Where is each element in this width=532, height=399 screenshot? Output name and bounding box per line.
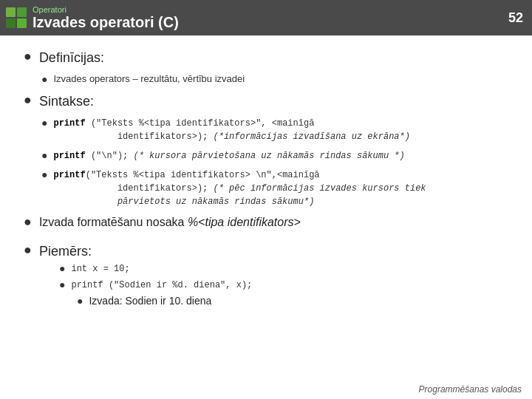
code-comment-3b: pārvietots uz nākamās rindas sākumu*) [53,197,314,207]
bullet-l2-dot-s3: ● [41,168,47,180]
logo-cell-3 [6,18,16,28]
header-text-group: Operatori Izvades operatori (C) [33,5,179,30]
code-bold-2: printf [53,151,85,161]
code-bold-3: printf [53,170,85,180]
code-normal-2: ("\n"); [86,151,129,161]
syntax-heading-row: ● Sintakse: [24,94,508,109]
header-title: Izvades operatori (C) [33,14,179,30]
izvada-row: ● Izvada: Sodien ir 10. diena [77,295,508,307]
footer: Programmēšanas valodas [409,380,532,399]
bullet-l2-dot-s2: ● [41,149,47,161]
format-text-before: Izvada formatēšanu nosaka [39,216,188,228]
format-line-text: Izvada formatēšanu nosaka %<tipa identif… [39,216,301,229]
format-line-row: ● Izvada formatēšanu nosaka %<tipa ident… [24,216,508,236]
syntax-item-3: ● printf("Teksts %<tipa identifikators> … [41,168,508,208]
code-normal-3b: identifikators>); [53,183,208,194]
code-normal-3: ("Teksts %<tipa identifikators> \n",<mai… [86,170,320,180]
definitions-label: Definīcijas: [39,50,104,66]
code-comment-3: (* pēc informācijas izvades kursors tiek [214,183,426,194]
izvada-label: Izvada: [89,295,122,307]
bullet-l2-dot-ex1: ● [59,262,65,274]
header-subtitle: Operatori [33,5,179,14]
bullet-l2-dot-izvada: ● [77,295,83,307]
header: Operatori Izvades operatori (C) 52 [0,0,532,35]
bullet-l1-dot-fmt: ● [24,214,32,230]
syntax-code-3: printf("Teksts %<tipa identifikators> \n… [53,168,426,208]
examples-heading-row: ● Piemērs: [24,244,508,259]
definitions-section: ● Definīcijas: ● Izvades operators – rez… [24,50,508,85]
code-comment-2: (* kursora pārvietošana uz nākamās rinda… [134,151,405,161]
logo-cell-2 [17,7,27,17]
code-normal-1: ("Teksts %<tipa identifikators>", <mainī… [86,118,315,129]
syntax-code-2: printf ("\n"); (* kursora pārvietošana u… [53,149,404,163]
definitions-heading-row: ● Definīcijas: [24,50,508,66]
logo-cell-1 [6,7,16,17]
logo-cell-4 [17,18,27,28]
bullet-l1-dot-ex: ● [24,242,32,258]
page-number: 52 [508,10,523,26]
izvada-text: Izvada: Sodien ir 10. diena [89,295,211,307]
examples-label: Piemērs: [39,244,92,259]
logo [6,7,27,28]
syntax-item-2: ● printf ("\n"); (* kursora pārvietošana… [41,149,508,163]
izvada-value: Sodien ir 10. diena [126,295,212,307]
syntax-label: Sintakse: [39,94,94,109]
footer-text: Programmēšanas valodas [419,384,522,395]
definitions-item-text: Izvades operators – rezultātu, vērtību i… [53,73,245,84]
example-code-2: printf ("Sodien ir %d. diena", x); [71,279,252,292]
bullet-l2-dot-s1: ● [41,117,47,129]
format-italic: %<tipa identifikators> [188,216,301,228]
syntax-code-1: printf ("Teksts %<tipa identifikators>",… [53,117,410,143]
example-code-row-1: ● int x = 10; [59,262,508,276]
main-content: ● Definīcijas: ● Izvades operators – rez… [0,35,532,323]
code-bold-1: printf [53,118,85,129]
syntax-section: ● Sintakse: ● printf ("Teksts %<tipa ide… [24,94,508,208]
code-normal-1b: identifikators>); [53,132,208,142]
syntax-item-1: ● printf ("Teksts %<tipa identifikators>… [41,117,508,143]
example-code-row-2: ● printf ("Sodien ir %d. diena", x); [59,279,508,292]
bullet-l2-dot-def: ● [41,73,47,85]
definitions-item-row: ● Izvades operators – rezultātu, vērtību… [41,73,508,85]
bullet-l1-dot-syn: ● [24,92,32,108]
code-comment-1: (*informācijas izvadīšana uz ekrāna*) [214,132,410,142]
example-code-1: int x = 10; [71,262,129,276]
examples-section: ● Piemērs: ● int x = 10; ● printf ("Sodi… [24,244,508,307]
bullet-l1-dot: ● [24,49,32,64]
bullet-l2-dot-ex2: ● [59,279,65,290]
